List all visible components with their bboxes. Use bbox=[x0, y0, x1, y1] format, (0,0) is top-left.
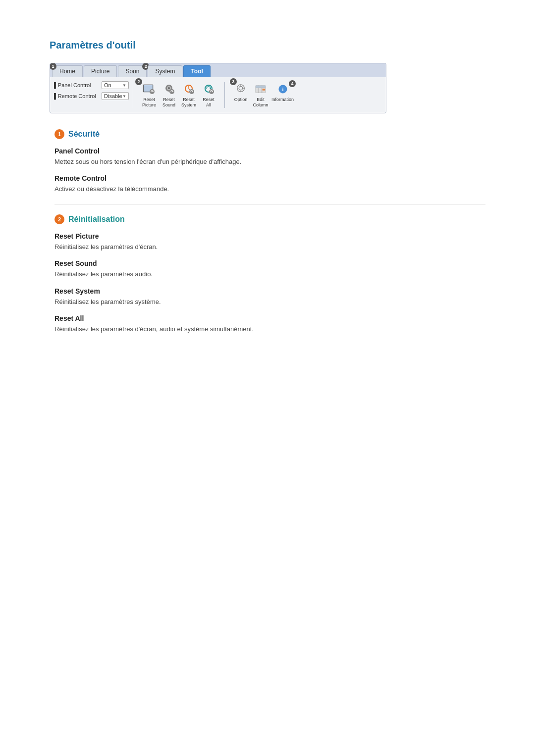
reset-all-desc: Réinitialisez les paramètres d'écran, au… bbox=[54, 324, 485, 334]
badge-section-3: 3 bbox=[230, 78, 237, 85]
reset-picture-title: Reset Picture bbox=[54, 232, 485, 240]
reset-all-label: ResetAll bbox=[203, 97, 214, 108]
reset-sound-desc: Réinitialisez les paramètres audio. bbox=[54, 269, 485, 279]
content-area: 1 Sécurité Panel Control Mettez sous ou … bbox=[50, 129, 485, 334]
information-btn[interactable]: 4 i Information bbox=[271, 82, 294, 102]
remote-control-title: Remote Control bbox=[54, 174, 485, 182]
panel-control-arrow: ▼ bbox=[122, 83, 126, 88]
svg-text:i: i bbox=[282, 86, 283, 92]
remote-control-row: ▌Remote Control Disable ▼ bbox=[54, 91, 129, 101]
panel-control-value[interactable]: On ▼ bbox=[102, 81, 129, 89]
panel-control-title: Panel Control bbox=[54, 147, 485, 155]
edit-column-svg bbox=[254, 84, 267, 95]
reset-system-desc: Réinitialisez les paramètres système. bbox=[54, 297, 485, 307]
reset-buttons-section: 2 ResetPicture bbox=[137, 80, 220, 110]
edit-column-icon bbox=[253, 82, 268, 96]
panel-control-label: ▌Panel Control bbox=[54, 82, 99, 88]
edit-column-label: EditColumn bbox=[253, 97, 268, 108]
reset-all-btn[interactable]: ResetAll bbox=[200, 82, 217, 108]
toolbar-tabs: 1 Home Picture Soun2 System Tool bbox=[50, 63, 386, 77]
security-title: Sécurité bbox=[68, 130, 100, 139]
panel-control-desc: Mettez sous ou hors tension l'écran d'un… bbox=[54, 157, 485, 167]
svg-rect-21 bbox=[256, 86, 266, 88]
reset-picture-btn[interactable]: ResetPicture bbox=[140, 82, 158, 108]
option-label: Option bbox=[234, 97, 248, 102]
reset-system-title: Reset System bbox=[54, 287, 485, 295]
tab-tool[interactable]: Tool bbox=[183, 65, 210, 77]
reset-picture-icon bbox=[141, 82, 157, 96]
tab-home[interactable]: 1 Home bbox=[52, 65, 83, 77]
option-svg bbox=[234, 84, 247, 95]
toolbar-body: ▌Panel Control On ▼ ▌Remote Control Disa… bbox=[50, 77, 386, 113]
option-btn[interactable]: Option bbox=[232, 82, 250, 102]
reset-system-btn[interactable]: ResetSystem bbox=[180, 82, 198, 108]
reinit-title: Réinitialisation bbox=[68, 215, 125, 224]
badge-section-4: 4 bbox=[289, 80, 296, 87]
information-svg: i bbox=[276, 84, 289, 95]
reinit-section-heading: 2 Réinitialisation bbox=[54, 214, 485, 224]
page-title: Paramètres d'outil bbox=[50, 40, 485, 51]
security-badge: 1 bbox=[54, 129, 64, 139]
tab-picture[interactable]: Picture bbox=[84, 65, 117, 77]
reset-system-icon bbox=[181, 82, 197, 96]
security-content: Panel Control Mettez sous ou hors tensio… bbox=[54, 147, 485, 194]
reset-sound-title: Reset Sound bbox=[54, 259, 485, 267]
panel-control-text: On bbox=[104, 82, 111, 88]
right-buttons-section: 3 Option bbox=[229, 80, 297, 110]
reset-system-svg bbox=[182, 84, 195, 95]
information-label: Information bbox=[271, 97, 294, 102]
reset-all-icon bbox=[201, 82, 216, 96]
reset-all-title: Reset All bbox=[54, 314, 485, 322]
reset-picture-label: ResetPicture bbox=[142, 97, 156, 108]
reset-sound-label: ResetSound bbox=[162, 97, 175, 108]
reinit-content: Reset Picture Réinitialisez les paramètr… bbox=[54, 232, 485, 334]
remote-control-desc: Activez ou désactivez la télécommande. bbox=[54, 184, 485, 194]
reset-picture-svg bbox=[143, 84, 156, 95]
reset-sound-svg bbox=[162, 84, 175, 95]
section-divider bbox=[54, 204, 485, 204]
reinit-badge: 2 bbox=[54, 214, 64, 224]
remote-control-arrow: ▼ bbox=[122, 94, 126, 99]
remote-control-text: Disable bbox=[104, 93, 122, 99]
reset-sound-icon bbox=[161, 82, 177, 96]
remote-control-label: ▌Remote Control bbox=[54, 93, 99, 99]
badge-section-2: 2 bbox=[135, 78, 142, 85]
divider-2 bbox=[224, 82, 225, 108]
svg-rect-22 bbox=[263, 89, 266, 91]
divider-1 bbox=[133, 82, 133, 108]
information-icon: i bbox=[275, 82, 291, 96]
panel-control-row: ▌Panel Control On ▼ bbox=[54, 80, 129, 90]
reset-all-svg bbox=[202, 84, 215, 95]
reset-sound-btn[interactable]: ResetSound bbox=[160, 82, 178, 108]
toolbar: 1 Home Picture Soun2 System Tool ▌Panel … bbox=[50, 63, 386, 113]
remote-control-value[interactable]: Disable ▼ bbox=[102, 92, 129, 100]
reset-system-label: ResetSystem bbox=[181, 97, 196, 108]
toolbar-controls-section: ▌Panel Control On ▼ ▌Remote Control Disa… bbox=[54, 80, 129, 110]
edit-column-btn[interactable]: EditColumn bbox=[252, 82, 269, 108]
tab-system[interactable]: System bbox=[148, 65, 182, 77]
badge-1: 1 bbox=[50, 63, 56, 70]
reset-picture-desc: Réinitialisez les paramètres d'écran. bbox=[54, 242, 485, 252]
security-section-heading: 1 Sécurité bbox=[54, 129, 485, 139]
svg-point-12 bbox=[239, 87, 242, 90]
svg-point-5 bbox=[168, 87, 170, 89]
tab-sound[interactable]: Soun2 bbox=[118, 65, 147, 77]
